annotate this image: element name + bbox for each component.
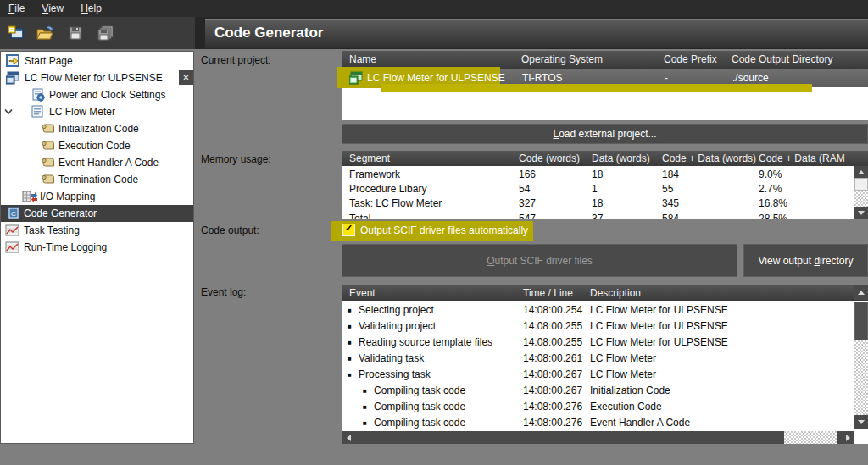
code-scroll-icon <box>41 141 54 152</box>
sidebar-item-initialization-code[interactable]: Initialization Code <box>1 120 193 137</box>
sidebar-item-io-mapping[interactable]: I/O Mapping <box>1 188 193 205</box>
sidebar-item-code-generator[interactable]: C Code Generator <box>1 205 193 222</box>
view-output-directory-button[interactable]: View output directory <box>743 244 868 277</box>
scrollbar-thumb[interactable] <box>854 178 868 191</box>
chevron-down-icon[interactable] <box>4 108 13 115</box>
project-icon <box>6 71 20 85</box>
project-prefix: - <box>665 72 668 84</box>
scroll-left-button[interactable] <box>342 431 355 444</box>
scroll-down-button[interactable] <box>854 415 868 429</box>
current-project-label: Current project: <box>201 54 271 66</box>
io-mapping-icon <box>22 190 37 203</box>
scif-auto-output-checkbox[interactable]: ✓ <box>342 224 355 236</box>
event-log-table: Event Time / Line Description ■ Selectin… <box>342 285 868 444</box>
event-bullet-icon: ■ <box>348 307 352 314</box>
project-name: LC Flow Meter for ULPSENSE <box>367 72 505 84</box>
event-bullet-icon: ■ <box>348 323 352 330</box>
power-clock-icon <box>31 88 46 102</box>
sidebar-tree: Start Page LC Flow Meter for ULPSENSE ✕ <box>0 51 194 444</box>
scif-auto-output-label: Output SCIF driver files automatically <box>360 224 528 236</box>
scrollbar-thumb[interactable] <box>784 431 837 444</box>
menu-help[interactable]: Help <box>72 0 110 17</box>
open-project-button[interactable] <box>34 22 56 44</box>
new-project-button[interactable] <box>5 22 27 44</box>
scroll-up-icon <box>858 170 865 174</box>
code-generator-icon: C <box>8 207 19 220</box>
project-icon-green <box>349 71 364 85</box>
memory-usage-table: Segment Code (words) Data (words) Code +… <box>342 151 868 219</box>
code-scroll-icon <box>41 158 54 169</box>
event-log-label: Event log: <box>201 286 246 298</box>
scroll-right-icon <box>846 435 850 441</box>
scroll-up-button[interactable] <box>854 285 868 300</box>
code-output-label: Code output: <box>201 224 259 236</box>
event-bullet-icon: ■ <box>363 403 367 411</box>
event-bullet-icon: ■ <box>348 371 352 379</box>
run-time-logging-icon <box>5 241 19 254</box>
scroll-right-button[interactable] <box>841 431 854 444</box>
scroll-down-button[interactable] <box>854 207 868 219</box>
scrollbar-track[interactable] <box>854 340 868 415</box>
event-bullet-icon: ■ <box>348 339 352 346</box>
start-page-icon <box>6 54 20 68</box>
scrollbar-track[interactable] <box>854 191 868 207</box>
current-project-table: Name Operating System Code Prefix Code O… <box>342 51 868 120</box>
sidebar-item-task-testing[interactable]: Task Testing <box>1 222 193 239</box>
save-icon <box>68 25 83 41</box>
event-bullet-icon: ■ <box>363 419 367 427</box>
output-scif-driver-files-button[interactable]: Output SCIF driver files <box>342 244 737 277</box>
scroll-down-icon <box>858 420 865 424</box>
menu-view[interactable]: View <box>33 0 72 17</box>
page-title-bar: Code Generator <box>205 19 868 48</box>
new-project-icon <box>8 25 25 42</box>
checkmark-icon: ✓ <box>343 223 354 234</box>
save-button[interactable] <box>64 22 86 44</box>
close-project-icon[interactable]: ✕ <box>179 70 193 85</box>
project-os: TI-RTOS <box>522 72 563 84</box>
code-scroll-icon <box>41 124 54 135</box>
horizontal-scrollbar[interactable] <box>342 431 854 444</box>
sidebar-item-lc-flow-meter[interactable]: LC Flow Meter <box>1 103 193 120</box>
sidebar-item-run-time-logging[interactable]: Run-Time Logging <box>1 239 193 256</box>
toolbar <box>0 17 195 49</box>
scroll-up-icon <box>858 291 865 295</box>
menu-file[interactable]: File <box>0 0 33 17</box>
sidebar-item-execution-code[interactable]: Execution Code <box>1 137 193 154</box>
scroll-left-icon <box>347 435 351 441</box>
task-testing-icon <box>5 224 19 237</box>
scrollbar-corner <box>854 429 868 444</box>
menu-bar: File View Help <box>0 0 868 17</box>
memory-usage-label: Memory usage: <box>201 153 271 165</box>
code-scroll-icon <box>41 174 54 185</box>
scrollbar-thumb[interactable] <box>854 302 868 340</box>
task-document-icon <box>31 105 44 119</box>
open-folder-icon <box>36 25 54 42</box>
save-all-button[interactable] <box>95 22 117 44</box>
load-external-project-button[interactable]: Load external project... <box>342 124 868 144</box>
sidebar-item-power-clock[interactable]: Power and Clock Settings <box>1 86 193 103</box>
event-bullet-icon: ■ <box>363 387 367 395</box>
application-window: File View Help <box>0 0 868 465</box>
event-log-header: Event Time / Line Description <box>342 285 868 301</box>
project-table-header: Name Operating System Code Prefix Code O… <box>342 51 868 69</box>
scroll-up-button[interactable] <box>854 166 868 178</box>
memory-table-header: Segment Code (words) Data (words) Code +… <box>342 151 868 166</box>
project-table-row[interactable]: LC Flow Meter for ULPSENSE TI-RTOS - ./s… <box>342 69 868 87</box>
sidebar-item-event-handler-a-code[interactable]: Event Handler A Code <box>1 154 193 171</box>
scroll-down-icon <box>858 211 865 215</box>
svg-text:C: C <box>11 210 16 218</box>
sidebar-item-start-page[interactable]: Start Page <box>1 53 193 69</box>
save-all-icon <box>97 25 115 42</box>
sidebar-item-termination-code[interactable]: Termination Code <box>1 171 193 188</box>
page-title: Code Generator <box>205 20 868 42</box>
project-dir: ./source <box>732 72 769 84</box>
sidebar-item-project[interactable]: LC Flow Meter for ULPSENSE ✕ <box>1 69 193 86</box>
event-bullet-icon: ■ <box>348 355 352 363</box>
